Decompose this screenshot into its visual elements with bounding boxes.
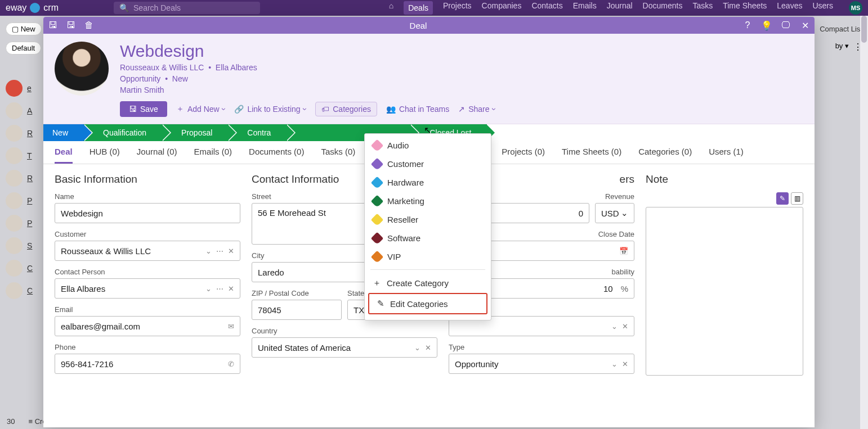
chevron-down-icon[interactable]: ⌄ — [611, 360, 618, 368]
name-label: Name — [55, 192, 240, 201]
category-audio[interactable]: Audio — [365, 136, 491, 155]
mail-icon[interactable]: ✉ — [228, 322, 234, 331]
chevron-down-icon[interactable]: ⌄ — [414, 344, 420, 352]
clear-icon[interactable]: ✕ — [228, 285, 234, 293]
customer-input[interactable]: Rousseaux & Willis LLC ⌄⋯✕ — [55, 241, 240, 261]
save-new-icon[interactable]: 🖫 — [66, 20, 76, 30]
tag-icon — [371, 139, 384, 152]
close-icon[interactable]: ✕ — [800, 20, 810, 30]
categories-dropdown: Audio Customer Hardware Marketing Resell… — [364, 133, 491, 320]
type-label: Type — [449, 343, 634, 351]
phone-input[interactable]: 956-841-7216 ✆ — [55, 354, 240, 374]
brand-logo-icon — [30, 3, 40, 13]
phone-icon[interactable]: ✆ — [228, 360, 234, 368]
top-navigation: ⌂ Deals Projects Companies Contacts Emai… — [389, 1, 862, 15]
nav-users[interactable]: Users — [812, 1, 833, 15]
calendar-icon[interactable]: 📅 — [619, 247, 628, 255]
contact-label: Contact Person — [55, 268, 240, 276]
stage-qualification[interactable]: Qualification — [84, 124, 162, 141]
tab-journal[interactable]: Journal (0) — [137, 147, 177, 164]
nav-journal[interactable]: Journal — [607, 1, 633, 15]
basic-heading: Basic Information — [55, 173, 240, 186]
edit-categories-item[interactable]: ✎Edit Categories — [368, 293, 487, 314]
monitor-icon[interactable]: 🖵 — [781, 20, 791, 30]
email-input[interactable]: ealbares@gmail.com ✉ — [55, 316, 240, 336]
stage-new[interactable]: New — [43, 124, 84, 141]
category-vip[interactable]: VIP — [365, 247, 491, 266]
chevron-down-icon[interactable]: ⌄ — [205, 247, 212, 255]
chevron-down-icon[interactable]: ⌄ — [205, 285, 212, 293]
view-default-chip[interactable]: Default — [6, 42, 41, 55]
create-category-item[interactable]: ＋Create Category — [365, 273, 491, 293]
share-button[interactable]: ↗ Share › — [458, 105, 495, 114]
save-icon[interactable]: 🖫 — [48, 20, 58, 30]
new-record-button[interactable]: ▢ New — [6, 22, 42, 35]
nav-emails[interactable]: Emails — [573, 1, 597, 15]
chevron-down-icon[interactable]: ⌄ — [611, 322, 618, 331]
brand: eway crm — [6, 3, 59, 13]
tab-tasks[interactable]: Tasks (0) — [321, 147, 355, 164]
clear-icon[interactable]: ✕ — [425, 344, 431, 352]
tag-icon — [371, 157, 384, 170]
save-disk-icon: 🖫 — [129, 105, 137, 114]
view-compact-list[interactable]: Compact List — [820, 25, 862, 33]
clear-icon[interactable]: ✕ — [622, 360, 628, 368]
tab-documents[interactable]: Documents (0) — [249, 147, 304, 164]
dropdown-separator — [370, 269, 485, 270]
nav-deals[interactable]: Deals — [404, 1, 433, 15]
scrollbar-thumb[interactable] — [861, 16, 867, 43]
category-software[interactable]: Software — [365, 229, 491, 247]
category-reseller[interactable]: Reseller — [365, 210, 491, 229]
tab-projects[interactable]: Projects (0) — [502, 147, 545, 164]
ellipsis-icon[interactable]: ⋯ — [216, 285, 223, 293]
tab-deal[interactable]: Deal — [55, 147, 73, 164]
add-new-button[interactable]: ＋ Add New › — [176, 104, 225, 114]
nav-leaves[interactable]: Leaves — [777, 1, 802, 15]
ellipsis-icon[interactable]: ⋯ — [216, 247, 223, 255]
link-existing-button[interactable]: 🔗 Link to Existing › — [234, 105, 306, 114]
delete-icon[interactable]: 🗑 — [84, 20, 94, 30]
category-hardware[interactable]: Hardware — [365, 173, 491, 192]
nav-companies[interactable]: Companies — [482, 1, 522, 15]
name-input[interactable]: Webdesign — [55, 203, 240, 223]
plus-icon: ＋ — [373, 278, 381, 288]
chat-teams-button[interactable]: 👥 Chat in Teams — [386, 105, 449, 114]
nav-timesheets[interactable]: Time Sheets — [723, 1, 767, 15]
edit-note-icon[interactable]: ✎ — [776, 192, 789, 205]
tab-categories[interactable]: Categories (0) — [638, 147, 692, 164]
basic-section: Basic Information Name Webdesign Custome… — [55, 173, 240, 381]
tab-timesheets[interactable]: Time Sheets (0) — [562, 147, 621, 164]
stage-proposal[interactable]: Proposal — [162, 124, 228, 141]
help-icon[interactable]: ? — [742, 20, 753, 30]
modal-titlebar: 🖫 🖫 🗑 Deal ? 💡 🖵 ✕ — [43, 17, 815, 34]
columns-icon[interactable]: ▥ — [791, 192, 803, 205]
lightbulb-icon[interactable]: 💡 — [762, 20, 772, 30]
type-select[interactable]: Opportunity ⌄✕ — [449, 354, 634, 374]
currency-select[interactable]: USD⌄ — [595, 203, 634, 223]
vertical-scrollbar[interactable] — [860, 16, 868, 429]
nav-projects[interactable]: Projects — [443, 1, 472, 15]
nav-tasks[interactable]: Tasks — [692, 1, 713, 15]
nav-documents[interactable]: Documents — [643, 1, 683, 15]
save-button[interactable]: 🖫 Save — [120, 101, 167, 117]
tab-users[interactable]: Users (1) — [709, 147, 744, 164]
category-customer[interactable]: Customer — [365, 155, 491, 173]
note-textarea[interactable] — [646, 207, 803, 376]
group-by-hint[interactable]: by ▾ — [835, 42, 849, 55]
zip-input[interactable]: 78045 — [252, 300, 342, 320]
country-input[interactable]: United States of America ⌄✕ — [252, 337, 437, 358]
tag-icon — [371, 195, 384, 207]
tag-icon — [371, 176, 384, 189]
nav-contacts[interactable]: Contacts — [531, 1, 562, 15]
tab-hub[interactable]: HUB (0) — [90, 147, 120, 164]
tab-emails[interactable]: Emails (0) — [194, 147, 232, 164]
clear-icon[interactable]: ✕ — [622, 322, 628, 331]
global-search-input[interactable]: 🔍 Search Deals — [114, 2, 260, 14]
home-icon[interactable]: ⌂ — [389, 1, 393, 15]
contact-input[interactable]: Ella Albares ⌄⋯✕ — [55, 278, 240, 299]
search-placeholder: Search Deals — [133, 3, 181, 12]
user-avatar-badge[interactable]: MS — [849, 1, 862, 15]
category-marketing[interactable]: Marketing — [365, 192, 491, 210]
clear-icon[interactable]: ✕ — [228, 247, 234, 255]
categories-button[interactable]: 🏷 Categories — [315, 102, 377, 116]
